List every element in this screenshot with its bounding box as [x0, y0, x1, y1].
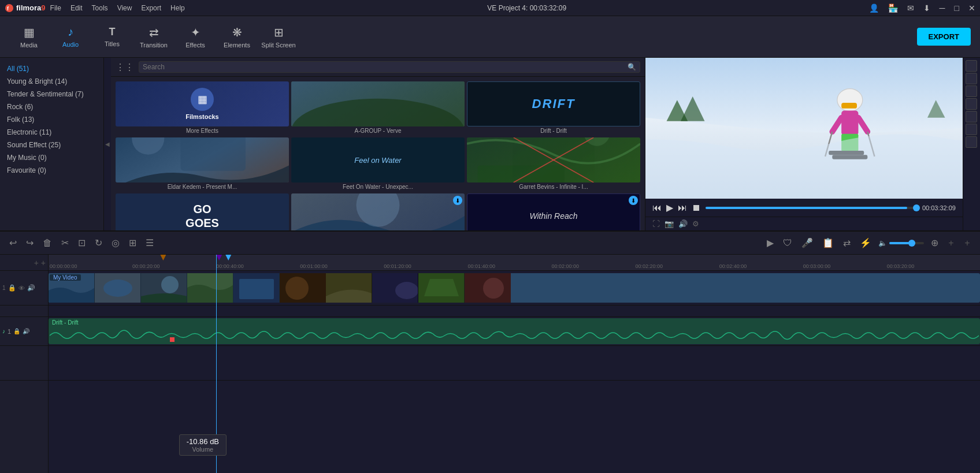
tl-play-button[interactable]: ▶	[764, 235, 776, 251]
tl-transition-button[interactable]: ⇄	[841, 235, 853, 251]
menu-bar[interactable]: File Edit Tools View Export Help	[50, 4, 185, 12]
undo-button[interactable]: ↩	[7, 235, 19, 251]
category-young[interactable]: Young & Bright (14)	[0, 75, 103, 88]
cut-button[interactable]: ✂	[59, 235, 71, 251]
snapshot-icon[interactable]: 📷	[665, 219, 674, 228]
toolbar-elements[interactable]: ❋ Elements	[217, 18, 257, 55]
add-track-icon[interactable]: +	[945, 238, 957, 248]
next-frame-button[interactable]: ⏭	[678, 203, 687, 213]
checkbox-5[interactable]	[966, 111, 977, 122]
progress-thumb[interactable]	[913, 204, 920, 211]
checkbox-3[interactable]	[966, 85, 977, 97]
category-rock[interactable]: Rock (6)	[0, 100, 103, 113]
prev-frame-button[interactable]: ⏮	[652, 203, 662, 213]
checkbox-4[interactable]	[966, 98, 977, 110]
redo-button[interactable]: ↪	[24, 235, 36, 251]
checkbox-2[interactable]	[966, 73, 977, 84]
track-lock-icon[interactable]: 🔒	[8, 284, 16, 292]
list-item[interactable]: DRIFT Drift - Drift	[467, 81, 640, 135]
toolbar-titles[interactable]: T Titles	[92, 18, 132, 55]
rotate-button[interactable]: ↻	[92, 235, 105, 251]
checkbox-1[interactable]	[966, 60, 977, 72]
maximize-button[interactable]: □	[955, 3, 959, 13]
add-video-track-icon[interactable]: +	[34, 258, 39, 267]
download-icon[interactable]: ⬇	[923, 3, 930, 13]
video-clip[interactable]: My Video	[49, 273, 980, 303]
preview-time: 00:03:32:09	[922, 204, 956, 211]
menu-edit[interactable]: Edit	[70, 4, 83, 12]
mail-icon[interactable]: ✉	[907, 3, 914, 13]
list-item[interactable]: Garret Bevins - Infinite - I...	[467, 137, 640, 191]
export-button[interactable]: EXPORT	[917, 28, 971, 46]
transform-button[interactable]: ⊞	[127, 235, 139, 251]
menu-file[interactable]: File	[50, 4, 61, 12]
category-all[interactable]: All (51)	[0, 62, 103, 75]
ruler-mark-1: 00:00:20:00	[132, 263, 160, 269]
toolbar-effects[interactable]: ✦ Effects	[176, 18, 215, 55]
delete-button[interactable]: 🗑	[40, 236, 54, 251]
store-icon[interactable]: 🏪	[888, 3, 898, 13]
search-icon[interactable]: 🔍	[628, 63, 636, 71]
grid-view-icon[interactable]: ⋮⋮	[116, 62, 134, 73]
audio-lock-icon[interactable]: 🔒	[13, 328, 20, 334]
category-mymusic[interactable]: My Music (0)	[0, 151, 103, 164]
search-input[interactable]	[143, 63, 628, 71]
profile-icon[interactable]: 👤	[869, 3, 879, 13]
category-folk[interactable]: Folk (13)	[0, 113, 103, 126]
adjust-button[interactable]: ☰	[143, 235, 156, 251]
tl-mic-button[interactable]: 🎤	[799, 235, 815, 251]
toolbar-transition[interactable]: ⇄ Transition	[134, 18, 173, 55]
fullscreen-icon[interactable]: ⛶	[652, 219, 660, 228]
toolbar-splitscreen[interactable]: ⊞ Split Screen	[259, 18, 298, 55]
list-item[interactable]: A-GROUP - Verve	[291, 81, 465, 135]
menu-help[interactable]: Help	[170, 4, 185, 12]
category-favourite[interactable]: Favourite (0)	[0, 164, 103, 177]
add-track2-icon[interactable]: +	[962, 238, 973, 248]
close-button[interactable]: ✕	[968, 3, 975, 13]
stop-button[interactable]: ⏹	[692, 203, 701, 213]
category-electronic[interactable]: Electronic (11)	[0, 126, 103, 139]
category-soundeffect[interactable]: Sound Effect (25)	[0, 139, 103, 151]
list-item[interactable]: Eldar Kedem - Present M...	[116, 137, 289, 191]
track-mute-icon[interactable]: 🔊	[27, 284, 35, 292]
volume-slider[interactable]	[889, 242, 924, 244]
timeline-ruler: 00:00:00:00 00:00:20:00 00:00:40:00 00:0…	[49, 255, 980, 271]
progress-bar[interactable]	[706, 207, 918, 209]
track-visibility-icon[interactable]: 👁	[18, 285, 25, 292]
crop-button[interactable]: ⊡	[76, 235, 88, 251]
add-audio-track-icon[interactable]: +	[41, 258, 46, 267]
panel-collapse[interactable]: ◀	[104, 58, 111, 230]
video-thumb-2	[95, 273, 141, 303]
tl-speed-button[interactable]: ⚡	[858, 235, 874, 251]
list-item[interactable]: ⬇ ...	[291, 193, 465, 230]
tl-add-button[interactable]: ⊕	[929, 235, 941, 251]
checkbox-6[interactable]	[966, 124, 977, 135]
stabilize-button[interactable]: ◎	[109, 235, 122, 251]
transition-icon: ⇄	[149, 25, 159, 39]
minimize-button[interactable]: ─	[940, 3, 945, 13]
tl-clip-button[interactable]: 📋	[820, 235, 836, 251]
menu-view[interactable]: View	[117, 4, 132, 12]
tl-shield-button[interactable]: 🛡	[781, 236, 795, 251]
list-item[interactable]: GOGOES GO GOES	[116, 193, 289, 230]
volume-preview-icon[interactable]: 🔊	[678, 219, 688, 228]
settings-icon[interactable]: ⚙	[692, 219, 699, 228]
search-box[interactable]: 🔍	[139, 61, 640, 73]
audio-clip[interactable]: Drift - Drift	[49, 318, 980, 344]
play-button[interactable]: ▶	[666, 202, 673, 213]
list-item[interactable]: Feel on Water Feet On Water - Unexpec...	[291, 137, 465, 191]
category-tender[interactable]: Tender & Sentimental (7)	[0, 88, 103, 100]
audio-mute-icon[interactable]: 🔊	[23, 328, 29, 334]
checkbox-7[interactable]	[966, 136, 977, 148]
menu-export[interactable]: Export	[141, 4, 161, 12]
volume-slider-container: 🔈	[878, 239, 924, 247]
effects-label: Effects	[185, 42, 205, 49]
window-controls[interactable]: 👤 🏪 ✉ ⬇ ─ □ ✕	[869, 3, 975, 13]
video-thumb-9	[418, 273, 465, 303]
toolbar-audio[interactable]: ♪ Audio	[51, 18, 90, 55]
svg-point-42	[395, 282, 418, 299]
list-item[interactable]: Within Reach ⬇ Within Reach	[467, 193, 640, 230]
list-item[interactable]: ▦ Filmstocks More Effects	[116, 81, 289, 135]
toolbar-media[interactable]: ▦ Media	[9, 18, 49, 55]
menu-tools[interactable]: Tools	[92, 4, 108, 12]
